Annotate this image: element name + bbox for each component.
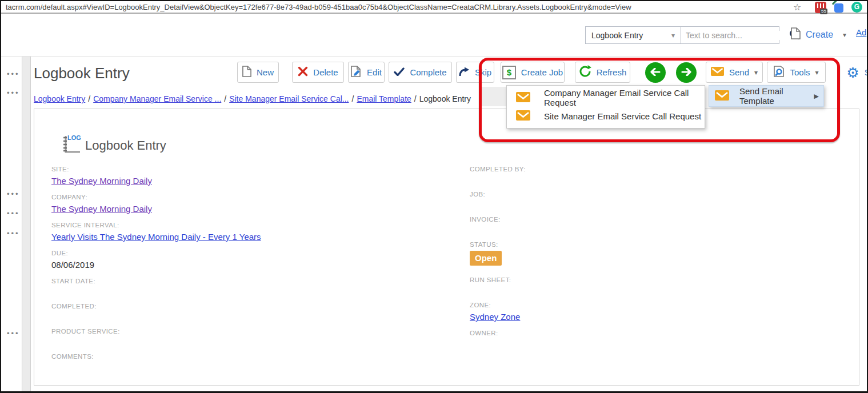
logbook-icon: LOG xyxy=(61,134,82,154)
extension-bars-glyph xyxy=(817,3,824,8)
field-invoice: INVOICE: xyxy=(470,216,868,241)
field-service-interval: SERVICE INTERVAL: Yearly Visits The Sydn… xyxy=(51,222,451,250)
record-left-column: SITE: The Sydney Morning Daily COMPANY: … xyxy=(51,166,451,378)
arrow-left-icon xyxy=(650,68,661,78)
send-button[interactable]: Send ▾ xyxy=(706,62,763,83)
menu-item-company-manager-email[interactable]: Company Manager Email Service Call Reque… xyxy=(507,89,705,107)
extension-icon-pen[interactable] xyxy=(834,3,843,13)
gear-icon: ⚙ xyxy=(846,67,859,78)
field-company: COMPANY: The Sydney Morning Daily xyxy=(51,194,451,222)
skip-arrow-icon xyxy=(459,67,470,78)
tools-label: Tools xyxy=(790,67,810,77)
field-label: DUE: xyxy=(51,250,451,256)
chevron-down-icon: ▾ xyxy=(843,31,846,39)
field-completed-by: COMPLETED BY: xyxy=(470,166,868,191)
field-run-sheet: RUN SHEET: xyxy=(470,276,868,302)
field-label: INVOICE: xyxy=(470,216,868,223)
edit-pencil-icon xyxy=(351,66,362,79)
field-label: START DATE: xyxy=(51,278,451,284)
previous-record-button[interactable] xyxy=(645,62,666,83)
envelope-icon xyxy=(715,90,729,102)
menu-item-label: Site Manager Email Service Call Request xyxy=(544,111,701,121)
field-label: STATUS: xyxy=(470,241,868,248)
breadcrumb-separator: / xyxy=(221,94,229,103)
field-product-service: PRODUCT SERVICE: xyxy=(51,328,451,353)
create-job-button[interactable]: $ Create Job xyxy=(501,62,565,83)
complete-label: Complete xyxy=(410,67,446,77)
search-input[interactable] xyxy=(686,31,789,40)
menu-item-label: Send Email Template xyxy=(739,86,804,106)
url-text[interactable]: tacrm.com/default.aspx#ViewID=LogbookEnt… xyxy=(6,3,631,11)
more-options-button[interactable]: ••• xyxy=(7,70,20,78)
new-label: New xyxy=(257,67,274,77)
create-button[interactable]: Create ▾ xyxy=(791,27,846,42)
entity-type-value: Logbook Entry xyxy=(591,31,643,40)
field-label: PRODUCT SERVICE: xyxy=(51,328,451,335)
menu-item-send-email-template[interactable]: Send Email Template ▶ xyxy=(709,85,824,107)
refresh-icon xyxy=(579,65,591,79)
envelope-icon xyxy=(516,110,530,122)
company-link[interactable]: The Sydney Morning Daily xyxy=(51,204,152,214)
tools-button[interactable]: Tools ▾ xyxy=(767,62,826,83)
submenu-arrow-icon: ▶ xyxy=(814,93,819,100)
breadcrumb-link[interactable]: Email Template xyxy=(357,94,411,103)
menu-item-label: Company Manager Email Service Call Reque… xyxy=(544,88,705,107)
record-card-title: Logbook Entry xyxy=(85,138,166,154)
extension-icon-grammarly[interactable]: G xyxy=(851,2,862,13)
breadcrumb-link[interactable]: Site Manager Email Service Cal... xyxy=(229,94,349,103)
field-label: COMPANY: xyxy=(51,194,451,200)
chevron-down-icon: ▾ xyxy=(815,69,819,77)
more-options-button[interactable]: ••• xyxy=(7,190,20,198)
more-options-button[interactable]: ••• xyxy=(7,329,20,338)
field-label: RUN SHEET: xyxy=(470,276,868,283)
more-options-button[interactable]: ••• xyxy=(7,209,20,218)
site-link[interactable]: The Sydney Morning Daily xyxy=(51,176,152,186)
breadcrumb-separator: / xyxy=(411,94,419,103)
extension-icon-red[interactable]: 55 xyxy=(815,2,826,13)
breadcrumb-link[interactable]: Company Manager Email Service ... xyxy=(93,94,221,103)
menu-item-site-manager-email[interactable]: Site Manager Email Service Call Request xyxy=(507,107,705,125)
more-options-button[interactable]: ••• xyxy=(7,89,20,97)
settings-label: Setti xyxy=(865,67,868,77)
delete-label: Delete xyxy=(313,67,338,77)
tools-icon xyxy=(774,66,785,79)
dollar-icon: $ xyxy=(502,66,516,79)
settings-button[interactable]: ⚙ Setti xyxy=(830,62,868,83)
edit-label: Edit xyxy=(367,67,382,77)
arrow-right-icon xyxy=(681,68,691,78)
field-completed: COMPLETED: xyxy=(51,303,451,328)
entity-type-select[interactable]: Logbook Entry ▾ xyxy=(585,26,681,44)
more-options-button[interactable]: ••• xyxy=(7,229,20,238)
new-button[interactable]: New xyxy=(237,62,279,83)
bookmark-star-icon[interactable]: ☆ xyxy=(793,2,801,13)
next-record-button[interactable] xyxy=(676,62,697,83)
service-interval-link[interactable]: Yearly Visits The Sydney Morning Daily -… xyxy=(51,232,261,242)
field-job: JOB: xyxy=(470,191,868,216)
zone-link[interactable]: Sydney Zone xyxy=(470,312,520,322)
delete-x-icon xyxy=(298,66,308,78)
skip-button[interactable]: Skip xyxy=(456,62,494,83)
pen-icon xyxy=(832,0,838,5)
complete-button[interactable]: Complete xyxy=(389,62,452,83)
log-icon-text: LOG xyxy=(67,134,81,141)
breadcrumb-current: Logbook Entry xyxy=(419,94,471,103)
refresh-label: Refresh xyxy=(597,67,627,77)
field-owner: OWNER: xyxy=(470,330,868,355)
edit-button[interactable]: Edit xyxy=(348,62,385,83)
breadcrumb-separator: / xyxy=(85,94,93,103)
breadcrumb-link[interactable]: Logbook Entry xyxy=(34,94,85,103)
chevron-down-icon: ▾ xyxy=(754,69,758,77)
record-right-column: COMPLETED BY: JOB: INVOICE: STATUS: Open… xyxy=(470,166,868,355)
panel-splitter[interactable] xyxy=(22,57,31,392)
page-title: Logbook Entry xyxy=(34,65,130,82)
field-label: OWNER: xyxy=(470,330,868,336)
status-badge: Open xyxy=(470,251,502,266)
field-site: SITE: The Sydney Morning Daily xyxy=(51,166,451,194)
admin-link[interactable]: Ad xyxy=(856,27,866,37)
field-start-date: START DATE: xyxy=(51,278,451,303)
field-label: COMPLETED BY: xyxy=(470,166,868,173)
delete-button[interactable]: Delete xyxy=(292,62,344,83)
refresh-button[interactable]: Refresh xyxy=(575,62,630,83)
envelope-icon xyxy=(516,92,530,104)
send-label: Send xyxy=(729,67,749,77)
